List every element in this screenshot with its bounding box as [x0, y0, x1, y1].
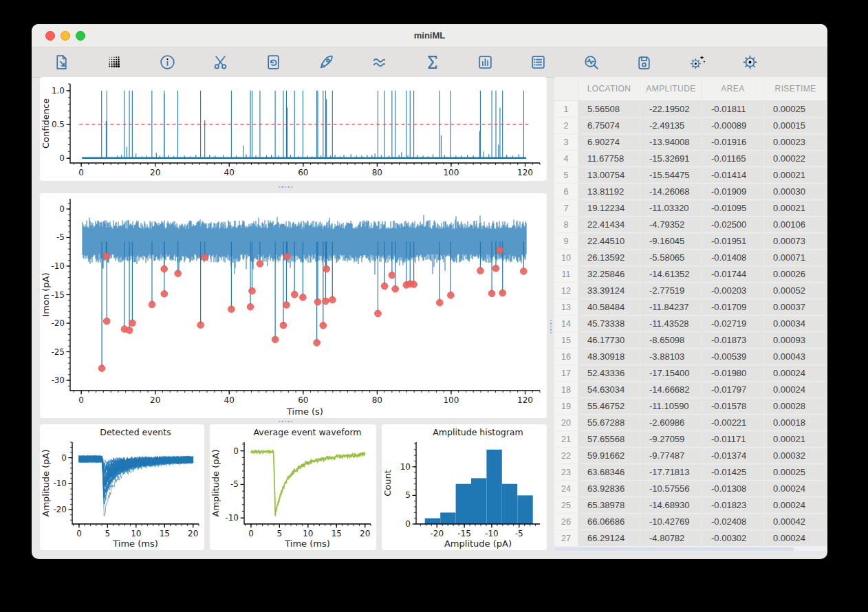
- table-cell[interactable]: -0.01873: [702, 332, 764, 349]
- table-cell[interactable]: -0.02719: [702, 316, 764, 332]
- table-cell[interactable]: 0.00043: [764, 349, 827, 365]
- table-cell[interactable]: 0.00030: [764, 184, 827, 200]
- table-row[interactable]: 1752.43336-17.15400-0.019800.00024: [554, 365, 827, 382]
- histogram-chart-icon[interactable]: [476, 54, 494, 72]
- table-cell[interactable]: -22.19502: [640, 101, 702, 118]
- table-row[interactable]: 1340.58484-11.84237-0.017090.00037: [554, 299, 827, 316]
- open-file-icon[interactable]: [52, 54, 70, 72]
- table-cell[interactable]: 63.68346: [578, 464, 640, 481]
- table-cell[interactable]: -17.15400: [640, 365, 702, 382]
- table-cell[interactable]: -0.01980: [702, 365, 764, 382]
- close-button[interactable]: [45, 31, 55, 41]
- detected-events-plot[interactable]: 051015200-10-20Amplitude (pA)Time (ms)De…: [40, 424, 204, 550]
- table-cell[interactable]: 0.00042: [764, 514, 827, 530]
- table-cell[interactable]: 0.00025: [764, 101, 827, 118]
- table-cell[interactable]: -0.01811: [702, 101, 764, 118]
- table-cell[interactable]: -0.01916: [702, 134, 764, 151]
- table-cell[interactable]: 19.12234: [578, 200, 640, 217]
- table-cell[interactable]: -9.27059: [640, 431, 702, 448]
- table-cell[interactable]: 0.00022: [764, 151, 827, 167]
- table-cell[interactable]: -0.01797: [702, 382, 764, 398]
- average-waveform-plot[interactable]: 051015200-5-10Amplitude (pA)Time (ms)Ave…: [210, 424, 376, 550]
- table-cell[interactable]: -0.00221: [702, 415, 764, 431]
- table-cell[interactable]: 0.00025: [764, 464, 827, 481]
- table-cell[interactable]: 0.00037: [764, 299, 827, 316]
- column-header[interactable]: RISETIME: [764, 77, 827, 100]
- table-cell[interactable]: -4.79352: [640, 217, 702, 233]
- table-cell[interactable]: -0.01171: [702, 431, 764, 448]
- table-cell[interactable]: 0.00032: [764, 448, 827, 464]
- table-row[interactable]: 2363.68346-17.71813-0.014250.00025: [554, 464, 827, 481]
- table-row[interactable]: 922.44510-9.16045-0.019510.00073: [554, 233, 827, 250]
- table-row[interactable]: 2766.29124-4.80782-0.003020.00024: [554, 530, 827, 547]
- table-cell[interactable]: -11.43528: [640, 316, 702, 332]
- table-cell[interactable]: 0.00015: [764, 118, 827, 134]
- table-cell[interactable]: -11.03320: [640, 200, 702, 217]
- table-cell[interactable]: 55.67288: [578, 415, 640, 431]
- table-cell[interactable]: 0.00024: [764, 365, 827, 382]
- table-cell[interactable]: 45.73338: [578, 316, 640, 332]
- table-cell[interactable]: -0.01095: [702, 200, 764, 217]
- maximize-button[interactable]: [76, 31, 85, 41]
- table-cell[interactable]: -3.88103: [640, 349, 702, 365]
- table-cell[interactable]: 0.00028: [764, 398, 827, 415]
- table-cell[interactable]: -9.16045: [640, 233, 702, 250]
- table-row[interactable]: 15.56508-22.19502-0.018110.00025: [554, 101, 827, 118]
- amplitude-histogram-plot[interactable]: -20-15-10-50510CountAmplitude (pA)Amplit…: [382, 424, 547, 550]
- table-row[interactable]: 2463.92836-10.57556-0.013080.00024: [554, 481, 827, 497]
- trace-plot[interactable]: 0204060801001200-5-10-15-20-25-30Imon (p…: [40, 193, 547, 418]
- table-row[interactable]: 513.00754-15.54475-0.014140.00021: [554, 167, 827, 184]
- table-row[interactable]: 1546.17730-8.65098-0.018730.00093: [554, 332, 827, 349]
- table-row[interactable]: 2666.06686-10.42769-0.024080.00042: [554, 514, 827, 530]
- table-cell[interactable]: -0.01951: [702, 233, 764, 250]
- table-cell[interactable]: 0.00018: [764, 415, 827, 431]
- table-scrollbar[interactable]: [554, 547, 827, 551]
- table-row[interactable]: 1026.13592-5.58065-0.014080.00071: [554, 250, 827, 266]
- sigma-summary-icon[interactable]: [423, 54, 441, 72]
- table-row[interactable]: 719.12234-11.03320-0.010950.00021: [554, 200, 827, 217]
- table-cell[interactable]: 0.00021: [764, 200, 827, 217]
- save-icon[interactable]: [635, 54, 653, 72]
- minimize-button[interactable]: [61, 31, 70, 41]
- table-cell[interactable]: -10.57556: [640, 481, 702, 497]
- table-cell[interactable]: -0.01408: [702, 250, 764, 266]
- table-cell[interactable]: -14.61352: [640, 266, 702, 283]
- table-cell[interactable]: 0.00073: [764, 233, 827, 250]
- table-cell[interactable]: 0.00021: [764, 167, 827, 184]
- table-cell[interactable]: -2.49135: [640, 118, 702, 134]
- inspect-trace-icon[interactable]: [582, 54, 600, 72]
- table-cell[interactable]: -15.54475: [640, 167, 702, 184]
- event-list-icon[interactable]: [529, 54, 547, 72]
- table-cell[interactable]: -17.71813: [640, 464, 702, 481]
- table-cell[interactable]: 6.75074: [578, 118, 640, 134]
- table-cell[interactable]: 0.00071: [764, 250, 827, 266]
- table-cell[interactable]: 63.92836: [578, 481, 640, 497]
- table-cell[interactable]: 0.00106: [764, 217, 827, 233]
- table-row[interactable]: 1854.63034-14.66682-0.017970.00024: [554, 382, 827, 398]
- table-cell[interactable]: -0.01414: [702, 167, 764, 184]
- info-icon[interactable]: [158, 54, 176, 72]
- table-cell[interactable]: -0.00302: [702, 530, 764, 547]
- table-cell[interactable]: -0.01709: [702, 299, 764, 316]
- table-cell[interactable]: 0.00023: [764, 134, 827, 151]
- cut-icon[interactable]: [211, 54, 229, 72]
- table-cell[interactable]: -0.00539: [702, 349, 764, 365]
- table-cell[interactable]: 0.00024: [764, 497, 827, 514]
- auto-settings-icon[interactable]: [688, 54, 706, 72]
- table-cell[interactable]: 22.41434: [578, 217, 640, 233]
- table-cell[interactable]: 0.00024: [764, 382, 827, 398]
- table-cell[interactable]: -0.01909: [702, 184, 764, 200]
- table-row[interactable]: 1233.39124-2.77519-0.002030.00052: [554, 283, 827, 299]
- table-row[interactable]: 2157.65568-9.27059-0.011710.00021: [554, 431, 827, 448]
- table-cell[interactable]: 0.00021: [764, 431, 827, 448]
- column-header[interactable]: AREA: [702, 77, 764, 100]
- splitter-handle-vertical[interactable]: [549, 318, 553, 335]
- table-cell[interactable]: 40.58484: [578, 299, 640, 316]
- table-cell[interactable]: -0.00203: [702, 283, 764, 299]
- table-cell[interactable]: 52.43336: [578, 365, 640, 382]
- scrollbar-thumb[interactable]: [554, 547, 794, 551]
- table-cell[interactable]: 5.56508: [578, 101, 640, 118]
- table-row[interactable]: 1132.25846-14.61352-0.017440.00026: [554, 266, 827, 283]
- table-cell[interactable]: -10.42769: [640, 514, 702, 530]
- table-cell[interactable]: -5.58065: [640, 250, 702, 266]
